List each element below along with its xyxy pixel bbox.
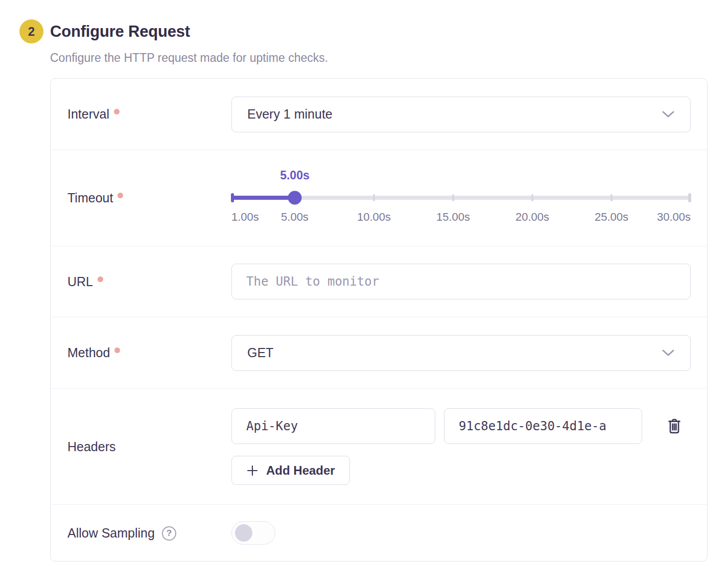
url-input[interactable]	[231, 264, 691, 299]
allow-sampling-row: Allow Sampling ?	[51, 505, 707, 561]
timeout-slider-handle[interactable]	[288, 191, 301, 204]
timeout-label: Timeout	[67, 191, 113, 205]
allow-sampling-label-group: Allow Sampling ?	[51, 525, 231, 541]
allow-sampling-label: Allow Sampling	[67, 526, 155, 541]
slider-start-cap	[231, 193, 234, 202]
required-dot-icon	[98, 276, 103, 282]
url-row: URL	[51, 246, 707, 317]
tick-label: 10.00s	[357, 211, 391, 224]
headers-label: Headers	[67, 439, 116, 454]
page-title: Configure Request	[50, 22, 190, 41]
url-label-group: URL	[51, 274, 231, 289]
timeout-row: Timeout 5.00s	[51, 150, 707, 246]
timeout-label-group: Timeout	[51, 191, 231, 205]
tick-label: 15.00s	[436, 211, 470, 224]
timeout-slider[interactable]: 5.00s 1.00s 5.00s	[231, 171, 691, 226]
add-header-button[interactable]: Add Header	[231, 456, 350, 485]
section-header: 2 Configure Request Configure the HTTP r…	[19, 19, 704, 65]
interval-row: Interval Every 1 minute	[51, 79, 707, 150]
required-dot-icon	[114, 109, 120, 114]
interval-label: Interval	[67, 107, 109, 122]
headers-row: Headers	[51, 389, 707, 505]
add-header-button-label: Add Header	[266, 463, 335, 478]
slider-rail-tick	[531, 194, 533, 201]
toggle-knob	[235, 524, 252, 542]
headers-label-group: Headers	[51, 439, 231, 454]
interval-label-group: Interval	[51, 107, 231, 122]
slider-rail-tick	[610, 194, 613, 201]
tick-label: 25.00s	[595, 211, 628, 224]
header-kv-row	[231, 408, 691, 444]
method-label: Method	[67, 345, 110, 360]
tick-label: 1.00s	[231, 211, 259, 224]
timeout-slider-value: 5.00s	[280, 169, 310, 182]
interval-select[interactable]: Every 1 minute	[231, 97, 691, 132]
page-subtitle: Configure the HTTP request made for upti…	[50, 51, 704, 65]
plus-icon	[246, 464, 259, 477]
method-select[interactable]: GET	[231, 335, 691, 371]
chevron-down-icon	[662, 349, 675, 357]
method-select-value: GET	[247, 345, 273, 360]
url-label: URL	[67, 274, 93, 289]
allow-sampling-toggle[interactable]	[231, 521, 275, 545]
configure-request-page: 2 Configure Request Configure the HTTP r…	[0, 0, 728, 583]
chevron-down-icon	[662, 110, 675, 119]
timeout-slider-rail[interactable]	[231, 191, 691, 204]
method-row: Method GET	[51, 317, 707, 389]
step-number-badge: 2	[19, 19, 43, 43]
slider-fill	[231, 196, 295, 200]
delete-header-button[interactable]	[664, 415, 685, 437]
required-dot-icon	[114, 347, 120, 353]
slider-tick-labels: 1.00s 5.00s 10.00s 15.00s 20.00s 25.00s …	[231, 211, 691, 225]
tick-label: 5.00s	[281, 211, 309, 224]
slider-end-cap	[688, 193, 691, 202]
help-icon-glyph: ?	[167, 528, 172, 539]
configure-request-card: Interval Every 1 minute Timeout 5.	[50, 78, 708, 562]
interval-select-value: Every 1 minute	[247, 107, 333, 122]
slider-rail-tick	[373, 194, 375, 201]
slider-rail-tick	[452, 194, 454, 201]
required-dot-icon	[118, 193, 123, 198]
trash-icon	[666, 417, 683, 435]
tick-label: 30.00s	[657, 211, 691, 224]
help-icon[interactable]: ?	[162, 526, 176, 541]
method-label-group: Method	[51, 345, 231, 360]
header-value-input[interactable]	[444, 408, 642, 444]
step-number: 2	[28, 25, 35, 39]
tick-label: 20.00s	[515, 211, 549, 224]
header-name-input[interactable]	[231, 408, 435, 444]
